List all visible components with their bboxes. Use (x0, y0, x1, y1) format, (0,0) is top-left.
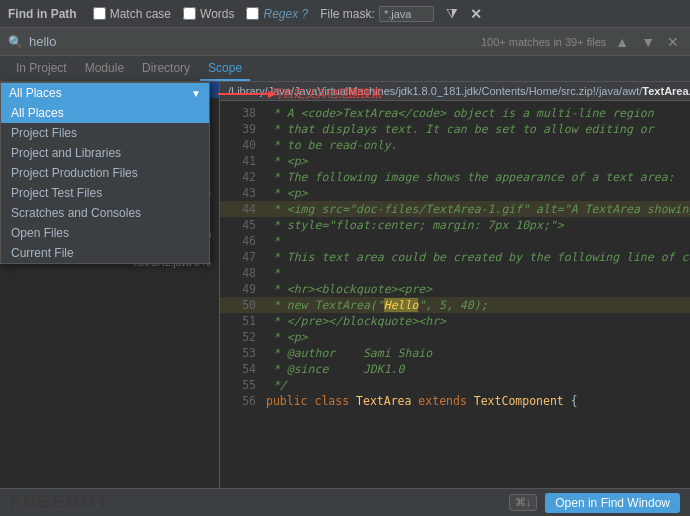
tab-in-project[interactable]: In Project (8, 57, 75, 81)
code-line-46: 46 * (220, 233, 690, 249)
code-line-44: 44 * <img src="doc-files/TextArea-1.gif"… (220, 201, 690, 217)
words-label: Words (200, 7, 234, 21)
code-line-40: 40 * to be read-only. (220, 137, 690, 153)
close-search-button[interactable]: ✕ (664, 34, 682, 50)
open-in-find-window-button[interactable]: Open in Find Window (545, 493, 680, 513)
main-area: <img src="doc-files/TextArea-1.gif" alt=… (0, 82, 690, 488)
code-line-56: 56 public class TextArea extends TextCom… (220, 393, 690, 409)
scope-dropdown-overlay: All Places ▼ ▶ 可自定义其他范围搜索 All Places Pro… (0, 82, 210, 264)
search-icon: 🔍 (8, 35, 23, 49)
file-mask-label: File mask: (320, 7, 375, 21)
close-button[interactable]: ✕ (470, 6, 482, 22)
code-line-54: 54 * @since JDK1.0 (220, 361, 690, 377)
keyboard-shortcut: ⌘↓ (509, 494, 538, 511)
scope-item-open-files[interactable]: Open Files (1, 223, 209, 243)
code-line-48: 48 * (220, 265, 690, 281)
code-line-38: 38 * A <code>TextArea</code> object is a… (220, 105, 690, 121)
toolbar: Find in Path Match case Words Regex ? Fi… (0, 0, 690, 28)
scope-dropdown: All Places ▼ ▶ 可自定义其他范围搜索 All Places Pro… (0, 82, 210, 264)
tab-directory[interactable]: Directory (134, 57, 198, 81)
scope-dropdown-header[interactable]: All Places ▼ ▶ 可自定义其他范围搜索 (1, 83, 209, 103)
code-line-52: 52 * <p> (220, 329, 690, 345)
code-line-41: 41 * <p> (220, 153, 690, 169)
bottom-bar: FREEBOT ⌘↓ Open in Find Window (0, 488, 690, 516)
code-line-51: 51 * </pre></blockquote><hr> (220, 313, 690, 329)
code-line-45: 45 * style="float:center; margin: 7px 10… (220, 217, 690, 233)
watermark: FREEBOT (10, 492, 501, 513)
toolbar-title: Find in Path (8, 7, 77, 21)
code-line-39: 39 * that displays text. It can be set t… (220, 121, 690, 137)
toolbar-options: Match case Words Regex ? File mask: ⧩ ✕ (93, 5, 682, 22)
code-line-50: 50 * new TextArea("Hello", 5, 40); (220, 297, 690, 313)
code-content[interactable]: 38 * A <code>TextArea</code> object is a… (220, 101, 690, 488)
scope-header-label: All Places (9, 86, 62, 100)
prev-match-button[interactable]: ▲ (612, 34, 632, 50)
regex-option[interactable]: Regex ? (246, 7, 308, 21)
words-checkbox[interactable] (183, 7, 196, 20)
words-option[interactable]: Words (183, 7, 234, 21)
filter-icon[interactable]: ⧩ (446, 5, 458, 22)
chevron-down-icon: ▼ (191, 88, 201, 99)
code-line-47: 47 * This text area could be created by … (220, 249, 690, 265)
scope-item-project-production[interactable]: Project Production Files (1, 163, 209, 183)
annotation-text: 可自定义其他范围搜索 (272, 86, 382, 101)
match-count: 100+ matches in 39+ files (481, 36, 606, 48)
regex-checkbox[interactable] (246, 7, 259, 20)
match-case-checkbox[interactable] (93, 7, 106, 20)
code-line-53: 53 * @author Sami Shaio (220, 345, 690, 361)
tab-module[interactable]: Module (77, 57, 132, 81)
scope-item-all-places[interactable]: All Places (1, 103, 209, 123)
match-case-option[interactable]: Match case (93, 7, 171, 21)
match-case-label: Match case (110, 7, 171, 21)
scope-item-project-test[interactable]: Project Test Files (1, 183, 209, 203)
code-line-49: 49 * <hr><blockquote><pre> (220, 281, 690, 297)
scope-item-project-libraries[interactable]: Project and Libraries (1, 143, 209, 163)
search-input[interactable] (29, 34, 475, 49)
scope-item-scratches[interactable]: Scratches and Consoles (1, 203, 209, 223)
code-panel: /Library/Java/JavaVirtualMachines/jdk1.8… (220, 82, 690, 488)
scope-item-current-file[interactable]: Current File (1, 243, 209, 263)
file-mask-container: File mask: (320, 6, 434, 22)
search-bar: 🔍 100+ matches in 39+ files ▲ ▼ ✕ (0, 28, 690, 56)
regex-label: Regex ? (263, 7, 308, 21)
next-match-button[interactable]: ▼ (638, 34, 658, 50)
scope-item-project-files[interactable]: Project Files (1, 123, 209, 143)
code-line-55: 55 */ (220, 377, 690, 393)
file-mask-input[interactable] (379, 6, 434, 22)
tabs-bar: In Project Module Directory Scope (0, 56, 690, 82)
tab-scope[interactable]: Scope (200, 57, 250, 81)
code-line-42: 42 * The following image shows the appea… (220, 169, 690, 185)
code-line-43: 43 * <p> (220, 185, 690, 201)
